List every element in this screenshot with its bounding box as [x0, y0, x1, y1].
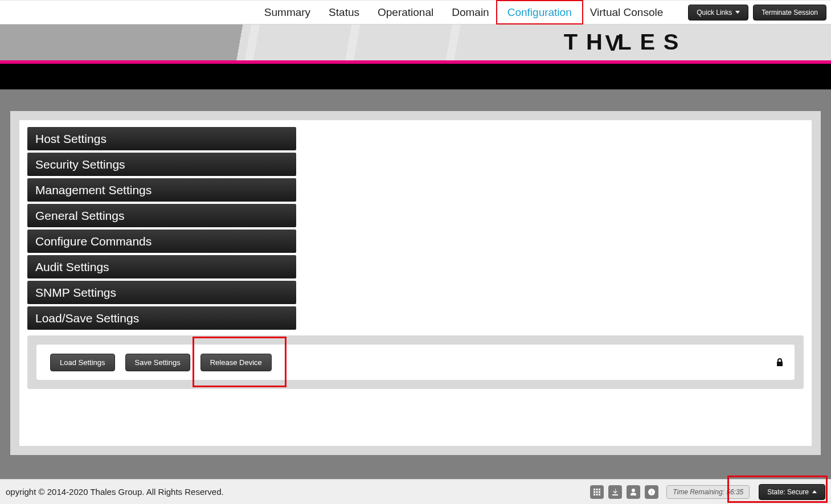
content-inner: Host Settings Security Settings Manageme… [19, 120, 812, 446]
quick-links-button[interactable]: Quick Links [688, 5, 748, 21]
acc-security-settings[interactable]: Security Settings [27, 153, 296, 176]
terminate-session-button[interactable]: Terminate Session [753, 5, 826, 21]
acc-snmp-settings[interactable]: SNMP Settings [27, 281, 296, 304]
brand-banner: THVLES [0, 24, 831, 60]
acc-audit-settings[interactable]: Audit Settings [27, 255, 296, 278]
svg-rect-3 [593, 491, 595, 493]
download-icon[interactable] [608, 485, 622, 499]
svg-rect-0 [593, 489, 595, 490]
user-icon[interactable] [627, 485, 640, 499]
chevron-down-icon [735, 11, 740, 14]
save-settings-button[interactable]: Save Settings [125, 354, 190, 371]
info-icon[interactable]: i [645, 485, 658, 499]
settings-accordion: Host Settings Security Settings Manageme… [27, 127, 296, 330]
svg-rect-1 [596, 489, 598, 490]
acc-load-save-settings[interactable]: Load/Save Settings [27, 306, 296, 330]
svg-rect-2 [599, 489, 600, 490]
tab-status[interactable]: Status [320, 0, 369, 24]
acc-general-settings[interactable]: General Settings [27, 204, 296, 227]
time-remaining: Time Remaining: 56:35 [666, 485, 750, 499]
tab-virtual-console[interactable]: Virtual Console [581, 0, 673, 24]
tab-domain[interactable]: Domain [443, 0, 498, 24]
svg-rect-8 [599, 494, 600, 495]
state-secure-label: State: Secure [767, 488, 809, 496]
copyright-text: opyright © 2014-2020 Thales Group. All R… [6, 487, 224, 497]
svg-rect-5 [599, 491, 600, 493]
black-stripe [0, 64, 831, 89]
chevron-up-icon [812, 490, 817, 493]
svg-rect-6 [593, 494, 595, 495]
tab-operational[interactable]: Operational [369, 0, 443, 24]
content-area: Host Settings Security Settings Manageme… [0, 89, 831, 479]
state-secure-button[interactable]: State: Secure [759, 484, 825, 500]
svg-rect-7 [596, 494, 598, 495]
footer-bar: opyright © 2014-2020 Thales Group. All R… [0, 479, 831, 504]
grid-icon[interactable] [590, 485, 604, 499]
brand-logo: THVLES [564, 30, 687, 55]
quick-links-label: Quick Links [697, 9, 732, 17]
lock-icon [776, 358, 783, 366]
terminate-session-label: Terminate Session [762, 9, 818, 17]
acc-management-settings[interactable]: Management Settings [27, 178, 296, 202]
tab-summary[interactable]: Summary [255, 0, 320, 24]
svg-rect-4 [596, 491, 598, 493]
release-device-button[interactable]: Release Device [200, 354, 272, 371]
load-save-panel: Load Settings Save Settings Release Devi… [27, 335, 804, 389]
top-nav-bar: Summary Status Operational Domain Config… [0, 0, 831, 24]
nav-tabs: Summary Status Operational Domain Config… [255, 0, 672, 24]
acc-configure-commands[interactable]: Configure Commands [27, 230, 296, 253]
acc-host-settings[interactable]: Host Settings [27, 127, 296, 150]
load-save-panel-inner: Load Settings Save Settings Release Devi… [36, 345, 795, 380]
load-settings-button[interactable]: Load Settings [50, 354, 115, 371]
tab-configuration[interactable]: Configuration [498, 0, 581, 24]
content-frame: Host Settings Security Settings Manageme… [10, 111, 821, 455]
